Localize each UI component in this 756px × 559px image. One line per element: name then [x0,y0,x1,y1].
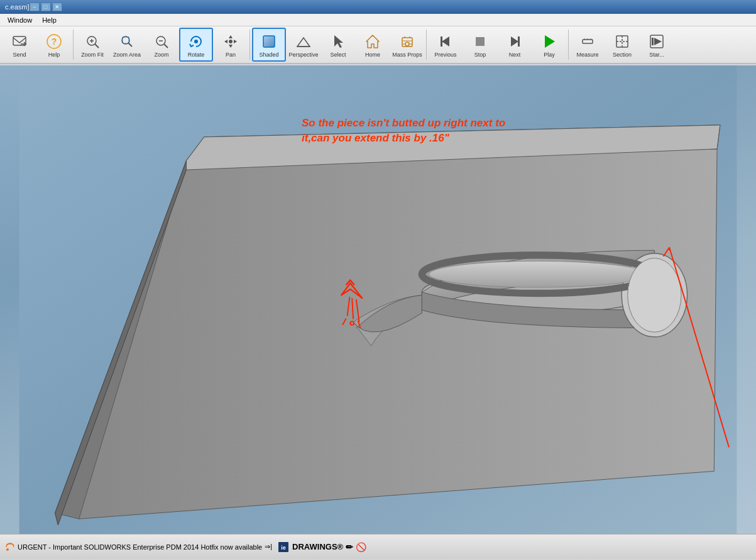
svg-text:ie: ie [281,545,286,551]
svg-marker-37 [545,35,555,48]
sep4 [568,30,569,60]
svg-marker-15 [229,35,233,38]
perspective-button[interactable]: Perspective [287,28,320,62]
svg-marker-17 [224,40,227,43]
sep1 [73,30,74,60]
next-icon [505,31,525,52]
close-button[interactable]: ✕ [52,3,62,11]
section-label: Section [613,52,632,58]
pan-icon [221,31,241,52]
pan-label: Pan [226,52,236,58]
svg-text:?: ? [52,36,57,47]
svg-line-12 [164,44,168,48]
sep3 [426,30,427,60]
select-label: Select [330,52,346,58]
svg-rect-36 [518,36,520,47]
title-bar: c.easm] − □ ✕ [0,0,756,14]
viewport[interactable]: So the piece isn't butted up right next … [0,65,756,534]
maximize-button[interactable]: □ [41,3,51,11]
play-label: Play [544,52,555,58]
drawings-badge: ie DRAWINGS® ✏ 🚫 [277,541,366,553]
mass-props-label: Mass Props [392,52,422,58]
menu-window[interactable]: Window [3,15,37,25]
svg-rect-38 [583,40,593,43]
svg-rect-34 [476,37,485,46]
send-icon [9,31,30,52]
next-button[interactable]: Next [498,28,532,62]
previous-icon [436,31,456,52]
status-bar: URGENT - Important SOLIDWORKS Enterprise… [0,534,756,559]
stop-label: Stop [474,52,486,58]
svg-marker-24 [366,35,379,48]
rotate-label: Rotate [188,52,205,58]
shaded-label: Shaded [259,52,278,58]
section-button[interactable]: Section [605,28,639,62]
svg-point-29 [405,42,409,46]
svg-marker-18 [234,40,237,43]
mass-props-button[interactable]: Mass Props [390,28,424,62]
previous-button[interactable]: Previous [429,28,463,62]
model-3d [0,65,756,534]
stop-button[interactable]: Stop [463,28,497,62]
zoom-fit-label: Zoom Fit [81,52,104,58]
svg-point-59 [429,261,647,287]
svg-line-5 [95,44,99,48]
svg-marker-23 [334,35,343,48]
help-icon: ? [44,31,64,52]
rotate-icon [186,31,206,52]
pencil-icon: ✏ [346,542,353,552]
svg-point-14 [194,40,198,43]
svg-marker-32 [442,36,449,47]
svg-marker-16 [229,45,233,48]
sep2 [249,30,250,60]
arrow-symbol: ⇒| [265,543,272,551]
zoom-label: Zoom [154,52,168,58]
start-label: Star... [649,52,664,58]
svg-rect-20 [263,36,275,47]
pan-button[interactable]: Pan [214,28,248,62]
svg-rect-49 [652,38,654,45]
drawings-text: DRAWINGS® [292,542,343,551]
perspective-icon [293,31,314,52]
measure-label: Measure [576,52,598,58]
svg-rect-10 [123,37,129,43]
menu-bar: Window Help [0,14,756,26]
help-button[interactable]: ? Help [37,28,71,62]
svg-point-60 [628,258,681,333]
svg-point-70 [6,548,9,551]
start-button[interactable]: Star... [640,28,674,62]
zoom-fit-button[interactable]: Zoom Fit [75,28,109,62]
select-button[interactable]: Select [321,28,355,62]
play-button[interactable]: Play [532,28,566,62]
svg-rect-33 [441,36,442,47]
play-icon [539,31,559,52]
select-icon [328,31,348,52]
svg-marker-35 [511,36,518,47]
stop-icon [470,31,490,52]
menu-help[interactable]: Help [37,15,62,25]
rss-icon [5,542,15,552]
send-label: Send [13,52,26,58]
measure-button[interactable]: Measure [571,28,605,62]
toolbar: Send ? Help Zoom Fit [0,26,756,64]
zoom-area-button[interactable]: Zoom Area [110,28,144,62]
previous-label: Previous [434,52,456,58]
minimize-button[interactable]: − [30,3,40,11]
home-button[interactable]: Home [356,28,390,62]
shaded-button[interactable]: Shaded [252,28,286,62]
next-label: Next [509,52,521,58]
send-button[interactable]: Send [3,28,36,62]
start-icon [647,31,667,52]
perspective-label: Perspective [288,52,318,58]
zoom-icon [151,31,172,52]
zoom-button[interactable]: Zoom [145,28,178,62]
cancel-icon: 🚫 [356,542,366,552]
title-text: c.easm] [5,3,30,11]
zoom-area-label: Zoom Area [113,52,141,58]
title-bar-controls: − □ ✕ [30,3,62,11]
rotate-button[interactable]: Rotate [179,28,213,62]
zoom-fit-icon [82,31,102,52]
section-icon [612,31,632,52]
drawings-logo-icon: ie [277,541,290,553]
mass-props-icon [397,31,417,52]
